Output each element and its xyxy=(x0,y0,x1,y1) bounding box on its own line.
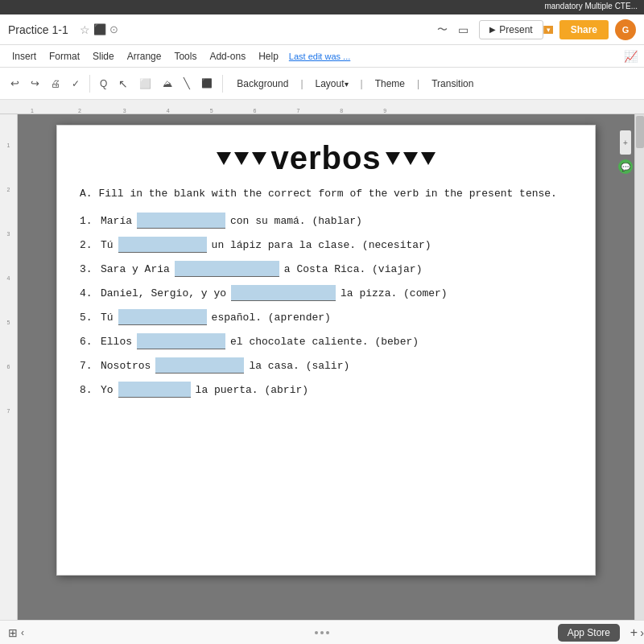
dot-1 xyxy=(315,631,318,634)
exercise-blank[interactable] xyxy=(118,237,207,253)
exercise-after: un lápiz para la clase. (necesitar) xyxy=(212,239,431,251)
exercise-before: Yo xyxy=(101,384,114,396)
top-warning-bar: mandatory Multiple CTE... xyxy=(0,0,644,14)
save-icon[interactable]: ⬛ xyxy=(93,23,106,35)
toolbar-transition[interactable]: Transition xyxy=(423,74,481,93)
exercise-blank[interactable] xyxy=(155,357,244,374)
slide[interactable]: verbos A. Fill in the blank with the cor… xyxy=(56,125,596,576)
exercise-item: 6.Ellosel chocolate caliente. (beber) xyxy=(80,333,572,349)
exercise-after: con su mamá. (hablar) xyxy=(230,215,362,227)
exercise-number: 6. xyxy=(80,336,97,348)
chevron-right-icon[interactable]: › xyxy=(640,626,644,639)
ruler-top: 1 2 3 4 5 6 7 8 9 xyxy=(0,100,644,114)
menu-slide[interactable]: Slide xyxy=(87,48,120,64)
exercise-number: 1. xyxy=(80,215,97,227)
present-button[interactable]: ▶ Present xyxy=(479,20,543,39)
toolbar-layout-sep: | xyxy=(300,78,303,89)
exercise-number: 5. xyxy=(80,312,97,324)
exercise-item: 4.Daniel, Sergio, y yola pizza. (comer) xyxy=(80,285,572,301)
chevron-left-icon[interactable]: ‹ xyxy=(21,627,24,638)
image-button[interactable]: ⛰ xyxy=(159,76,176,92)
slide-canvas[interactable]: verbos A. Fill in the blank with the cor… xyxy=(18,114,634,620)
chart-icon: 📈 xyxy=(624,50,638,63)
comments-icon-btn[interactable]: ▭ xyxy=(454,22,473,38)
last-edit-link[interactable]: Last edit was ... xyxy=(289,52,350,61)
slide-title: verbos xyxy=(270,140,381,176)
toolbar-separator-2 xyxy=(222,75,223,93)
title-bar-right: 〜 ▭ ▶ Present ▾ Share G xyxy=(437,19,636,40)
exercise-blank[interactable] xyxy=(137,213,225,229)
exercise-blank[interactable] xyxy=(175,261,279,277)
menu-help[interactable]: Help xyxy=(253,48,284,64)
exercise-number: 4. xyxy=(80,287,97,299)
exercise-blank[interactable] xyxy=(231,285,336,301)
exercise-after: la casa. (salir) xyxy=(249,360,349,372)
right-arrows xyxy=(385,152,436,165)
exercise-before: Sara y Aria xyxy=(101,263,170,275)
spellcheck-button[interactable]: ✓ xyxy=(68,76,84,92)
exercise-after: español. (aprender) xyxy=(212,312,331,324)
toolbar-theme-sep: | xyxy=(361,78,363,89)
textbox-button[interactable]: ⬜ xyxy=(135,76,155,92)
zoom-button[interactable]: Q xyxy=(96,76,111,92)
exercise-before: María xyxy=(101,215,132,227)
dot-2 xyxy=(320,631,324,634)
cursor-button[interactable]: ↖ xyxy=(114,75,132,93)
present-play-icon: ▶ xyxy=(489,25,496,34)
exercise-blank[interactable] xyxy=(118,309,207,325)
dot-3 xyxy=(326,631,329,634)
exercise-after: el chocolate caliente. (beber) xyxy=(230,336,419,348)
menu-bar: Insert Format Slide Arrange Tools Add-on… xyxy=(0,45,644,68)
exercise-item: 2.Túun lápiz para la clase. (necesitar) xyxy=(80,237,572,253)
exercise-before: Tú xyxy=(101,312,114,324)
menu-insert[interactable]: Insert xyxy=(6,48,42,64)
exercise-item: 7.Nosotrosla casa. (salir) xyxy=(80,357,572,374)
grid-icon[interactable]: ⊞ xyxy=(8,626,18,639)
title-bar: Practice 1-1 ☆ ⬛ ⊙ 〜 ▭ ▶ Present ▾ Share… xyxy=(0,14,644,45)
present-dropdown-btn[interactable]: ▾ xyxy=(543,26,553,34)
exercise-item: 5.Túespañol. (aprender) xyxy=(80,309,572,325)
print-button[interactable]: 🖨 xyxy=(47,76,64,92)
comment-icon[interactable]: 💬 xyxy=(618,159,633,174)
undo-button[interactable]: ↩ xyxy=(6,75,23,92)
exercise-after: la pizza. (comer) xyxy=(341,287,448,299)
exercise-before: Tú xyxy=(101,239,114,251)
history-icon[interactable]: ⊙ xyxy=(109,23,118,35)
exercise-list: 1.Maríacon su mamá. (hablar)2.Túun lápiz… xyxy=(80,213,572,398)
right-scrollbar[interactable] xyxy=(634,114,644,620)
shapes-button[interactable]: ╲ xyxy=(180,75,194,92)
toolbar-separator-1 xyxy=(89,75,90,93)
sidebar-expand-icon[interactable]: + xyxy=(620,130,631,155)
menu-format[interactable]: Format xyxy=(43,48,85,64)
toolbar-theme[interactable]: Theme xyxy=(367,74,413,93)
star-icon[interactable]: ☆ xyxy=(80,23,90,36)
scroll-thumb[interactable] xyxy=(636,116,644,148)
plus-button[interactable]: + xyxy=(630,625,638,640)
present-btn-group: ▶ Present ▾ xyxy=(479,20,552,39)
toolbar-transition-sep: | xyxy=(417,78,419,89)
bottom-dots xyxy=(315,631,329,634)
menu-arrange[interactable]: Arrange xyxy=(122,48,167,64)
redo-button[interactable]: ↪ xyxy=(27,75,43,92)
exercise-blank[interactable] xyxy=(118,382,191,398)
bottom-bar: ⊞ ‹ App Store + › xyxy=(0,620,644,644)
share-button[interactable]: Share xyxy=(559,20,609,39)
exercise-after: la puerta. (abrir) xyxy=(196,384,308,396)
exercise-number: 8. xyxy=(80,384,97,396)
right-floating-icons: + 💬 xyxy=(618,130,633,174)
avatar: G xyxy=(615,19,636,40)
line-button[interactable]: ⬛ xyxy=(197,76,217,91)
exercise-item: 3.Sara y Ariaa Costa Rica. (viajar) xyxy=(80,261,572,277)
activity-wave-icon: 〜 xyxy=(437,23,448,37)
exercise-item: 1.Maríacon su mamá. (hablar) xyxy=(80,213,572,229)
menu-addons[interactable]: Add-ons xyxy=(204,48,251,64)
exercise-number: 3. xyxy=(80,263,97,275)
activity-icons: 📈 xyxy=(624,50,638,63)
menu-tools[interactable]: Tools xyxy=(168,48,202,64)
slide-title-area: verbos xyxy=(80,140,572,176)
exercise-before: Nosotros xyxy=(101,360,151,372)
toolbar-layout[interactable]: Layout▾ xyxy=(308,74,357,93)
toolbar-background[interactable]: Background xyxy=(229,74,296,93)
exercise-blank[interactable] xyxy=(137,333,225,349)
app-store-button[interactable]: App Store xyxy=(558,624,620,642)
